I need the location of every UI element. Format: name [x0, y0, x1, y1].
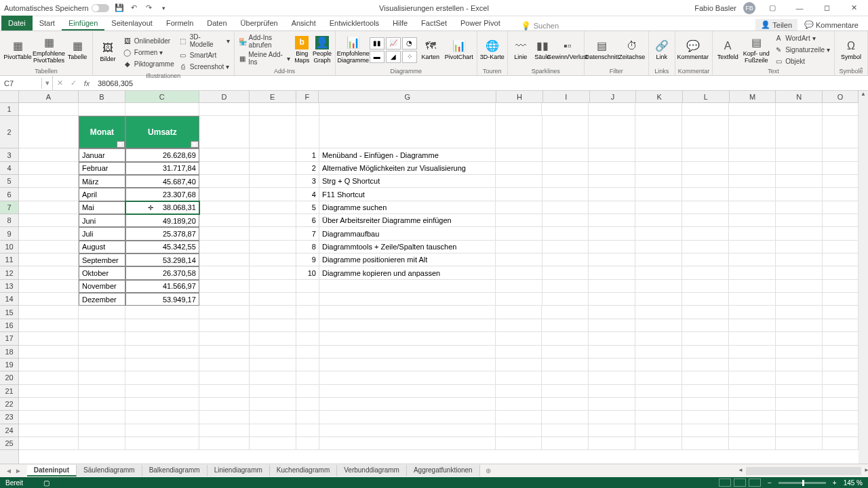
cell[interactable]: [776, 371, 823, 384]
cell[interactable]: [496, 227, 542, 240]
cell[interactable]: [729, 371, 776, 384]
cell[interactable]: Juli: [79, 227, 125, 240]
cell[interactable]: [19, 371, 79, 384]
wordart-button[interactable]: AWordArt ▾: [772, 33, 831, 44]
row-header[interactable]: 9: [0, 227, 18, 240]
cell[interactable]: Über Arbeitsreiter Diagramme einfügen: [319, 214, 496, 227]
cell[interactable]: [199, 116, 250, 148]
cell[interactable]: [19, 332, 79, 345]
cell[interactable]: [729, 162, 776, 175]
col-header-K[interactable]: K: [636, 91, 683, 102]
textbox-button[interactable]: ATextfeld: [715, 39, 740, 61]
cell[interactable]: [296, 411, 319, 424]
cell[interactable]: [823, 398, 859, 411]
cell[interactable]: [635, 359, 682, 371]
cell[interactable]: [682, 214, 729, 227]
cell[interactable]: [682, 188, 729, 201]
cell[interactable]: [776, 227, 823, 240]
cell[interactable]: [199, 214, 250, 227]
cell[interactable]: [79, 332, 125, 345]
cell[interactable]: [250, 103, 296, 116]
cell[interactable]: [823, 148, 859, 161]
cell[interactable]: [542, 437, 589, 450]
cell[interactable]: [296, 424, 319, 437]
close-icon[interactable]: ✕: [844, 2, 864, 14]
pikto-button[interactable]: ◆Piktogramme: [121, 58, 176, 69]
cell[interactable]: [589, 201, 635, 214]
fx-icon[interactable]: fx: [80, 79, 94, 87]
cell[interactable]: 41.566,97: [125, 280, 199, 293]
cell[interactable]: [635, 253, 682, 266]
cell[interactable]: [19, 241, 79, 253]
cell[interactable]: [496, 201, 542, 214]
cell[interactable]: [823, 280, 859, 293]
cell[interactable]: [125, 371, 199, 384]
object-button[interactable]: ▭Objekt: [772, 56, 831, 67]
horizontal-scrollbar[interactable]: [746, 467, 861, 475]
cell[interactable]: [823, 188, 859, 201]
cell[interactable]: [635, 293, 682, 306]
3d-models-button[interactable]: ⬚3D-Modelle ▾: [177, 33, 231, 49]
cell[interactable]: [682, 306, 729, 319]
cell[interactable]: [776, 201, 823, 214]
cell[interactable]: [589, 266, 635, 279]
cell[interactable]: [19, 162, 79, 175]
cell[interactable]: [125, 437, 199, 450]
cell[interactable]: [496, 319, 542, 332]
row-header[interactable]: 8: [0, 214, 18, 227]
cell[interactable]: [729, 359, 776, 371]
cell[interactable]: [79, 385, 125, 398]
cell[interactable]: [496, 241, 542, 253]
cell[interactable]: [542, 359, 589, 371]
cell[interactable]: [682, 437, 729, 450]
cell[interactable]: [250, 332, 296, 345]
cell[interactable]: [250, 371, 296, 384]
cell[interactable]: [776, 103, 823, 116]
page-layout-view-icon[interactable]: [734, 479, 746, 487]
cell[interactable]: [79, 398, 125, 411]
cell[interactable]: [542, 162, 589, 175]
cell[interactable]: [589, 319, 635, 332]
cell[interactable]: [296, 385, 319, 398]
row-header[interactable]: 4: [0, 162, 18, 175]
col-header-M[interactable]: M: [730, 91, 776, 102]
cell[interactable]: [776, 241, 823, 253]
scatter-chart-icon[interactable]: ⁘: [402, 51, 417, 63]
autosave-toggle[interactable]: Automatisches Speichern: [4, 4, 109, 12]
cell[interactable]: [682, 385, 729, 398]
cell[interactable]: [823, 359, 859, 371]
cell[interactable]: [296, 116, 319, 148]
cell[interactable]: 38.068,31✛: [125, 201, 199, 214]
cell[interactable]: Monat▾: [79, 116, 125, 148]
cell[interactable]: 26.628,69: [125, 148, 199, 161]
qat-customize-icon[interactable]: ▾: [159, 3, 169, 13]
cell[interactable]: [199, 188, 250, 201]
cell[interactable]: [729, 214, 776, 227]
cell[interactable]: [542, 306, 589, 319]
cell[interactable]: [682, 241, 729, 253]
col-header-H[interactable]: H: [496, 91, 543, 102]
cell[interactable]: [319, 103, 496, 116]
cell[interactable]: [19, 116, 79, 148]
cell[interactable]: [589, 116, 635, 148]
cell[interactable]: [729, 188, 776, 201]
cell[interactable]: [19, 411, 79, 424]
cell[interactable]: Menüband - Einfügen - Diagramme: [319, 148, 496, 161]
cell[interactable]: [776, 116, 823, 148]
cell[interactable]: [125, 332, 199, 345]
cell[interactable]: [776, 424, 823, 437]
cell[interactable]: [199, 201, 250, 214]
cell[interactable]: [823, 293, 859, 306]
tab-file[interactable]: Datei: [1, 16, 33, 30]
cell[interactable]: [823, 201, 859, 214]
timeline-button[interactable]: ⏱Zeitachse: [618, 39, 646, 61]
cell[interactable]: [682, 319, 729, 332]
cell[interactable]: [729, 437, 776, 450]
name-box-dropdown[interactable]: ▾: [42, 76, 53, 90]
sheet-tab[interactable]: Verbunddiagramm: [337, 465, 407, 476]
row-header[interactable]: 24: [0, 424, 18, 437]
cell[interactable]: 9: [296, 253, 319, 266]
tab-factset[interactable]: FactSet: [414, 16, 454, 30]
cell[interactable]: [199, 103, 250, 116]
cell[interactable]: [729, 227, 776, 240]
